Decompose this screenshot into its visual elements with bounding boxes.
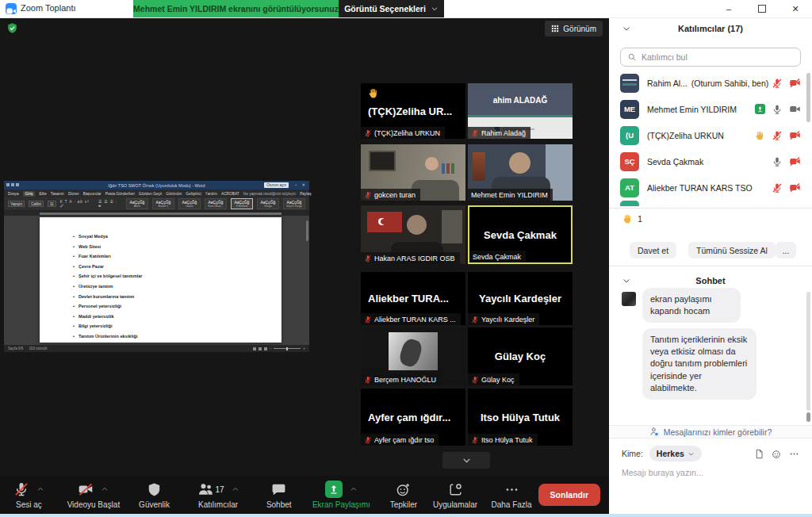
unmute-button[interactable]: Sesi aç [0,476,58,514]
word-status-bar: Sayfa 6/6 163 sözcük –+ [4,345,309,352]
chat-privacy-note[interactable]: Mesajlarınızı kimler görebilir? [609,425,812,438]
chevron-up-icon[interactable] [36,485,44,493]
participants-scrollbar[interactable] [806,73,810,122]
chat-button[interactable]: Sohbet [257,476,301,514]
collapse-video-strip-button[interactable] [442,452,490,469]
participants-button[interactable]: 17 Katılımcılar [179,476,257,514]
video-tile-gokcen[interactable]: gokcen turan [361,144,465,201]
chat-recipient-value: Herkes [657,449,684,458]
word-tab-ekle: Ekle [39,192,46,196]
video-tile-ayfer[interactable]: Ayfer çam ığdır... Ayfer çam ığdır tso [361,389,465,446]
chat-bubble-icon [271,482,286,497]
camera-on-icon [789,103,801,115]
participants-more-button[interactable]: ... [776,242,796,258]
video-tile-bercem[interactable]: Berçem HANOĞLU [361,327,465,385]
collapse-chat-icon[interactable] [622,276,631,285]
chat-input[interactable]: Mesajı buraya yazın... [622,468,703,477]
chat-scrollbar-thumb[interactable] [806,412,810,422]
share-screen-icon [325,481,343,498]
word-font-name-box: Calibri [29,201,44,207]
word-share-button: Paylaş [300,192,311,196]
apps-button[interactable]: Uygulamalar [426,476,485,514]
window-title: Zoom Toplantı [21,3,76,13]
more-button[interactable]: Daha Fazla [485,476,538,514]
word-paste-button: Yapıştır [8,201,25,207]
more-dots-icon[interactable] [789,449,799,459]
video-tile-sevda-active-speaker[interactable]: Sevda Çakmak Sevda Çakmak [468,205,573,264]
video-tile-zeliha[interactable]: (TÇK)Zeliha UR... (TÇK)Zeliha URKUN [361,83,465,139]
participants-icon [197,481,213,497]
security-button[interactable]: Güvenlik [129,476,179,514]
end-meeting-button[interactable]: Sonlandır [538,484,600,506]
word-bullet: Maddi yetersizlik [73,312,282,322]
word-tab-posta: Posta Gönderileri [105,192,135,196]
word-format-icons: K T A ⸱ ab x² 🖉 [60,200,94,208]
chat-message: Tanıtım içeriklerinin eksik veya etkisiz… [642,328,756,400]
tile-name-chip: Berçem HANOĞLU [361,373,441,385]
collapse-participants-icon[interactable] [622,24,631,33]
camera-off-icon [789,77,801,89]
window-controls: – ✕ [712,0,812,17]
video-tile-gulay[interactable]: Gülay Koç Gülay Koç [468,327,573,385]
video-tile-yaycili[interactable]: Yaycılı Kardeşler Yaycılı Kardeşler [468,272,573,325]
mic-on-icon [772,104,783,115]
video-tile-mehmet[interactable]: Mehmet Emin YILDIRIM [468,144,573,201]
word-style-konu: AaÇçĞğKonu Başl... [205,198,227,210]
participant-row-aliekber[interactable]: AT Aliekber TURAN KARS TSO [609,174,812,201]
tile-name-chip: Rahim Aladağ [468,127,530,139]
tile-name-chip: Sevda Çakmak [469,251,526,262]
word-tab-dosya: Dosya [8,192,19,196]
start-video-button[interactable]: Videoyu Başlat [58,476,129,514]
word-bullet: Personel yetersizliği [73,301,282,312]
restore-button[interactable] [745,0,779,17]
participant-row-sevda[interactable]: SÇ Sevda Çakmak [609,148,812,174]
chat-recipient-select[interactable]: Herkes [649,446,702,461]
mic-muted-icon [772,182,783,193]
zoom-app-icon [6,3,17,14]
word-window-controls: – ✕ [295,182,307,187]
chevron-up-icon[interactable] [350,485,358,493]
minimize-button[interactable]: – [712,0,745,17]
word-bullet: Çevre Pazar [73,262,282,272]
mic-muted-icon [471,376,479,384]
mic-muted-icon [13,481,29,497]
reactions-button[interactable]: Tepkiler [381,476,426,514]
avatar: SÇ [620,152,639,171]
participant-row-zeliha[interactable]: (U (TÇK)Zeliha URKUN [609,122,812,148]
tile-name-chip: gokcen turan [361,189,420,201]
mic-muted-icon [364,191,372,199]
share-screen-button[interactable]: Ekran Paylaşımı [301,476,382,514]
video-thumbnail: ahim ALADAĞ [468,83,573,117]
chat-title: Sohbet [695,276,725,285]
word-tab-gorunum: Görünüm [166,192,182,196]
emoji-icon[interactable] [772,449,782,459]
view-options-button[interactable]: Görüntü Seçenekleri [339,0,444,17]
tile-name-chip: Mehmet Emin YILDIRIM [468,189,553,201]
chevron-up-icon[interactable] [101,485,109,493]
chat-message: ekran paylaşımı kapandı hocam [642,288,741,323]
participant-row-mehmet[interactable]: ME Mehmet Emin YILDIRIM [609,96,812,122]
word-style-alinti: AaÇçĞğAlıntı [126,198,148,210]
more-dots-icon [504,482,519,497]
avatar [620,74,639,93]
video-tile-hakan[interactable]: Hakan ARAS IGDIR OSB [361,205,465,264]
participant-search-input[interactable]: Katılımcı bul [620,48,801,67]
word-page-count: Sayfa 6/6 [8,347,23,350]
video-tile-itso[interactable]: Itso Hülya Tutuk Itso Hülya Tutuk [468,389,573,446]
video-tile-aliekber[interactable]: Aliekber TURA... Aliekber TURAN KARS ... [361,272,465,325]
file-attach-icon[interactable] [754,449,764,459]
invite-button[interactable]: Davet et [630,242,676,258]
mute-all-button[interactable]: Tümünü Sessize Al [688,242,776,258]
participant-row-rahim[interactable]: Rahim Al...(Oturum Sahibi, ben) [609,70,812,96]
search-placeholder: Katılımcı bul [642,52,688,62]
chat-scrollbar[interactable] [806,292,810,411]
close-button[interactable]: ✕ [779,0,812,17]
chat-sender-avatar [622,292,636,306]
view-layout-button[interactable]: Görünüm [545,21,603,36]
participants-count: 17 [216,485,224,494]
video-tile-rahim[interactable]: ahim ALADAĞ Rahim Aladağ [468,83,573,139]
word-paragraph-icons: ☰ ☰ ☰ ⸱ ≣ [98,200,122,208]
word-ribbon-tabs: Dosya Giriş Ekle Tasarım Düzen Başvurula… [4,190,309,197]
chevron-up-icon[interactable] [232,485,239,493]
shield-icon [147,482,162,497]
